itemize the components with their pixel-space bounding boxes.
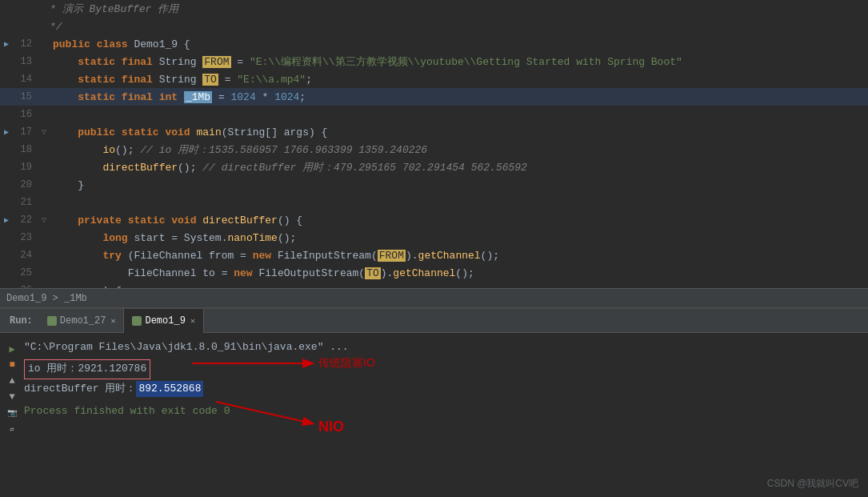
code-line-16: 16 — [0, 106, 868, 123]
code-line-21: 21 — [0, 194, 868, 211]
wrap-button[interactable]: ⇄ — [6, 423, 18, 435]
code-line-20: 20 } — [0, 176, 868, 194]
line-content-24: try (FileChannel from = new FileInputStr… — [50, 250, 868, 262]
run-tab-demo1-27[interactable]: Demo1_27 ✕ — [39, 309, 125, 333]
code-line-15: 15 static final int _1Mb = 1024 * 1024; — [0, 88, 868, 106]
tab-close-27[interactable]: ✕ — [110, 316, 115, 326]
line-num-13: 13 — [13, 56, 38, 67]
code-line-25: 25 FileChannel to = new FileOutputStream… — [0, 264, 868, 282]
code-line-23: 23 long start = System.nanoTime(); — [0, 229, 868, 246]
breadcrumb-bar: Demo1_9 > _1Mb — [0, 288, 868, 307]
run-panel: Run: Demo1_27 ✕ Demo1_9 ✕ ▶ ■ ▲ ▼ 📷 ⇄ "C… — [0, 307, 868, 497]
stop-button[interactable]: ■ — [6, 359, 18, 371]
output-direct-line: directBuffer 用时：892.552868 — [24, 381, 868, 398]
line-num-18: 18 — [13, 144, 38, 155]
output-io-line: io 用时：2921.120786 — [24, 359, 868, 379]
line-num-24: 24 — [13, 250, 38, 261]
line-arrow-22: ▶ — [0, 215, 13, 225]
code-line-26: 26 ) { — [0, 282, 868, 288]
line-content-15: static final int _1Mb = 1024 * 1024; — [50, 91, 868, 103]
tab-icon-27 — [47, 316, 57, 326]
comment-close: */ — [0, 18, 868, 35]
code-line-22: ▶ 22 ▽ private static void directBuffer(… — [0, 211, 868, 229]
run-tab-label-9: Demo1_9 — [145, 315, 185, 327]
line-num-14: 14 — [13, 74, 38, 85]
direct-label: directBuffer 用时： — [24, 381, 136, 398]
code-line-14: 14 static final String TO = "E:\\a.mp4"; — [0, 70, 868, 88]
line-content-22: private static void directBuffer() { — [50, 214, 868, 226]
line-content-16 — [50, 109, 868, 121]
line-content-14: static final String TO = "E:\\a.mp4"; — [50, 74, 868, 86]
code-line-24: 24 try (FileChannel from = new FileInput… — [0, 246, 868, 264]
code-line-13: 13 static final String FROM = "E:\\编程资料\… — [0, 53, 868, 70]
line-content-19: directBuffer(); // directBuffer 用时：479.2… — [50, 160, 868, 174]
line-content-18: io(); // io 用时：1535.586957 1766.963399 1… — [50, 142, 868, 157]
direct-value: 892.552868 — [136, 381, 203, 398]
output-java-cmd: "C:\Program Files\Java\jdk1.8.0_91\bin\j… — [24, 339, 868, 356]
run-output: "C:\Program Files\Java\jdk1.8.0_91\bin\j… — [24, 339, 868, 491]
run-tabs: Run: Demo1_27 ✕ Demo1_9 ✕ — [0, 309, 868, 333]
run-sidebar: ▶ ■ ▲ ▼ 📷 ⇄ — [0, 339, 24, 491]
io-label: io 用时： — [28, 363, 78, 375]
restart-button[interactable]: ▶ — [6, 343, 18, 355]
line-arrow-12: ▶ — [0, 39, 13, 49]
line-content-17: public static void main(String[] args) { — [50, 126, 868, 138]
line-num-12: 12 — [13, 38, 38, 50]
comment-line: * 演示 ByteBuffer 作用 — [0, 0, 868, 18]
line-fold-17: ▽ — [38, 127, 50, 137]
tab-icon-9 — [132, 316, 142, 326]
line-arrow-17: ▶ — [0, 127, 13, 137]
io-box: io 用时：2921.120786 — [24, 359, 150, 379]
line-num-17: 17 — [13, 126, 38, 138]
scroll-down-button[interactable]: ▼ — [6, 391, 18, 403]
line-num-16: 16 — [13, 109, 38, 120]
breadcrumb: Demo1_9 > _1Mb — [6, 293, 87, 304]
line-content-12: public class Demo1_9 { — [50, 38, 868, 50]
scroll-up-button[interactable]: ▲ — [6, 375, 18, 387]
tab-close-9[interactable]: ✕ — [190, 316, 195, 326]
finish-text: Process finished with exit code 0 — [24, 403, 230, 420]
watermark: CSDN @我就叫CV吧 — [767, 477, 858, 491]
line-num-25: 25 — [13, 267, 38, 279]
line-content-25: FileChannel to = new FileOutputStream(TO… — [50, 267, 868, 279]
line-num-20: 20 — [13, 179, 38, 190]
line-content-13: static final String FROM = "E:\\编程资料\\第三… — [50, 54, 868, 69]
line-num-19: 19 — [13, 162, 38, 173]
code-line-17: ▶ 17 ▽ public static void main(String[] … — [0, 123, 868, 141]
run-tab-label-27: Demo1_27 — [60, 315, 106, 327]
line-content-26: ) { — [50, 285, 868, 289]
line-content-23: long start = System.nanoTime(); — [50, 232, 868, 244]
run-label: Run: — [3, 315, 39, 327]
code-lines: ▶ 12 public class Demo1_9 { 13 static fi… — [0, 35, 868, 288]
run-content: ▶ ■ ▲ ▼ 📷 ⇄ "C:\Program Files\Java\jdk1.… — [0, 333, 868, 497]
line-num-15: 15 — [13, 91, 38, 102]
java-cmd-text: "C:\Program Files\Java\jdk1.8.0_91\bin\j… — [24, 339, 349, 356]
code-line-12: ▶ 12 public class Demo1_9 { — [0, 35, 868, 53]
line-content-21 — [50, 197, 868, 209]
line-num-22: 22 — [13, 214, 38, 226]
line-num-21: 21 — [13, 197, 38, 208]
line-num-23: 23 — [13, 232, 38, 243]
run-tab-demo1-9[interactable]: Demo1_9 ✕ — [124, 309, 203, 333]
code-line-18: 18 io(); // io 用时：1535.586957 1766.96339… — [0, 141, 868, 158]
line-content-20: } — [50, 179, 868, 191]
io-value: 2921.120786 — [78, 363, 146, 375]
line-num-26: 26 — [13, 285, 38, 288]
snapshot-button[interactable]: 📷 — [6, 407, 18, 419]
code-line-19: 19 directBuffer(); // directBuffer 用时：47… — [0, 158, 868, 176]
output-finish-line: Process finished with exit code 0 — [24, 403, 868, 420]
line-fold-22: ▽ — [38, 215, 50, 225]
editor-area: * 演示 ByteBuffer 作用 */ ▶ 12 public class … — [0, 0, 868, 288]
